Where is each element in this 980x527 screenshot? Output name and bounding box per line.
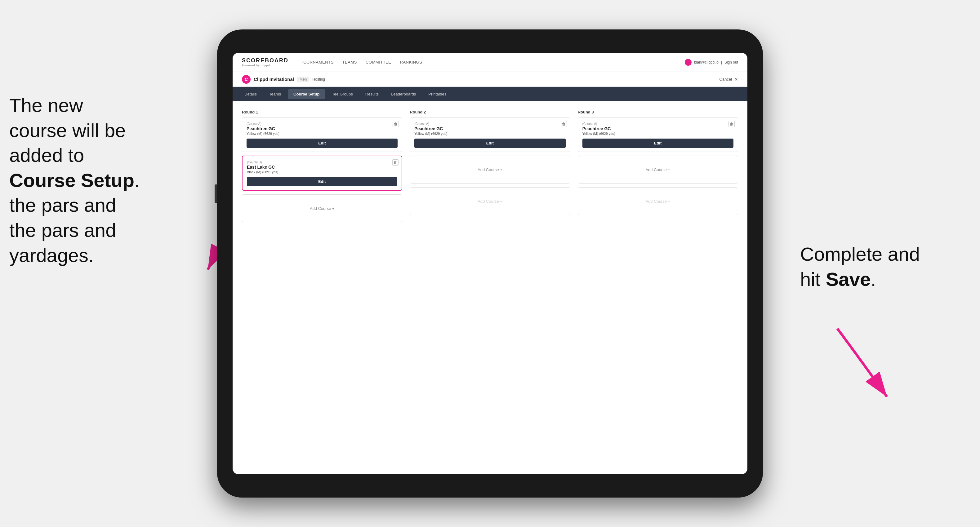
add-course-round3-disabled-label: Add Course +: [645, 199, 670, 204]
tabs-bar: Details Teams Course Setup Tee Groups Re…: [232, 87, 748, 101]
user-avatar: [685, 59, 692, 66]
tournament-type: Men: [297, 76, 309, 82]
add-course-round2-disabled-label: Add Course +: [477, 199, 503, 204]
edit-course-b-round1-button[interactable]: Edit: [247, 177, 397, 186]
trash-icon: 🗑: [394, 122, 398, 126]
course-b-name: East Lake GC: [247, 165, 397, 170]
delete-course-a-round2-button[interactable]: 🗑: [561, 121, 567, 127]
course-a-label: (Course A): [247, 122, 398, 125]
cancel-x-icon: ✕: [734, 77, 738, 82]
delete-course-b-round1-button[interactable]: 🗑: [392, 159, 399, 165]
round2-course-a-details: Yellow (M) (6629 yds): [414, 132, 565, 135]
nav-link-rankings[interactable]: RANKINGS: [400, 60, 422, 65]
sign-out-link[interactable]: Sign out: [724, 60, 738, 65]
round-1-label: Round 1: [242, 110, 402, 114]
rounds-grid: Round 1 (Course A) Peachtree GC Yellow (…: [242, 110, 738, 226]
arrow-right-icon: [825, 322, 918, 415]
round-3-course-a-card: (Course A) Peachtree GC Yellow (M) (6629…: [578, 117, 738, 152]
nav-link-tournaments[interactable]: TOURNAMENTS: [301, 60, 334, 65]
tab-course-setup[interactable]: Course Setup: [288, 89, 325, 99]
trash-icon-b: 🗑: [393, 160, 397, 165]
clippd-logo: C: [242, 75, 251, 84]
tournament-info: C Clippd Invitational Men Hosting: [242, 75, 325, 84]
add-course-round3-button[interactable]: Add Course +: [578, 156, 738, 184]
tournament-name: Clippd Invitational: [254, 76, 294, 82]
add-course-round1-label: Add Course +: [310, 206, 335, 211]
main-content: Round 1 (Course A) Peachtree GC Yellow (…: [232, 101, 748, 474]
tablet-screen: SCOREBOARD Powered by clippd TOURNAMENTS…: [232, 53, 748, 474]
hosting-badge: Hosting: [312, 77, 325, 81]
round-2-column: Round 2 (Course A) Peachtree GC Yellow (…: [410, 110, 570, 226]
round2-course-a-label: (Course A): [414, 122, 565, 125]
tournament-bar: C Clippd Invitational Men Hosting Cancel…: [232, 72, 748, 87]
round-2-course-a-card: (Course A) Peachtree GC Yellow (M) (6629…: [410, 117, 570, 152]
scoreboard-logo: SCOREBOARD Powered by clippd: [242, 57, 288, 67]
add-course-round3-label: Add Course +: [645, 167, 670, 172]
course-a-details: Yellow (M) (6629 yds): [247, 132, 398, 135]
edit-course-a-round1-button[interactable]: Edit: [247, 138, 398, 148]
logo-sub: Powered by clippd: [242, 64, 288, 67]
round3-course-a-name: Peachtree GC: [582, 126, 733, 131]
edit-course-a-round3-button[interactable]: Edit: [582, 138, 733, 148]
round-1-course-a-card: (Course A) Peachtree GC Yellow (M) (6629…: [242, 117, 402, 152]
round-3-column: Round 3 (Course A) Peachtree GC Yellow (…: [578, 110, 738, 226]
course-b-details: Black (M) (6891 yds): [247, 170, 397, 174]
add-course-round2-disabled: Add Course +: [410, 187, 570, 215]
add-course-round3-disabled: Add Course +: [578, 187, 738, 215]
course-b-label: (Course B): [247, 160, 397, 164]
nav-link-committee[interactable]: COMMITTEE: [366, 60, 391, 65]
trash-icon-r3a: 🗑: [730, 122, 733, 126]
annotation-left: The new course will be added to Course S…: [9, 93, 196, 268]
tablet: SCOREBOARD Powered by clippd TOURNAMENTS…: [217, 29, 763, 498]
tab-results[interactable]: Results: [360, 89, 384, 99]
round3-course-a-details: Yellow (M) (6629 yds): [582, 132, 733, 135]
user-email: blair@clippd.io: [694, 60, 719, 65]
cancel-button[interactable]: Cancel ✕: [719, 77, 738, 82]
tab-details[interactable]: Details: [239, 89, 262, 99]
round2-course-a-name: Peachtree GC: [414, 126, 565, 131]
nav-link-teams[interactable]: TEAMS: [342, 60, 357, 65]
nav-links: TOURNAMENTS TEAMS COMMITTEE RANKINGS: [301, 60, 675, 65]
tab-printables[interactable]: Printables: [423, 89, 452, 99]
course-a-name: Peachtree GC: [247, 126, 398, 131]
round3-course-a-label: (Course A): [582, 122, 733, 125]
separator: |: [721, 60, 722, 65]
round-2-label: Round 2: [410, 110, 570, 114]
nav-right: blair@clippd.io | Sign out: [685, 59, 738, 66]
edit-course-a-round2-button[interactable]: Edit: [414, 138, 565, 148]
round-1-course-b-card: (Course B) East Lake GC Black (M) (6891 …: [242, 156, 402, 190]
round-1-column: Round 1 (Course A) Peachtree GC Yellow (…: [242, 110, 402, 226]
round-3-label: Round 3: [578, 110, 738, 114]
add-course-round2-button[interactable]: Add Course +: [410, 156, 570, 184]
top-nav: SCOREBOARD Powered by clippd TOURNAMENTS…: [232, 53, 748, 72]
tab-teams[interactable]: Teams: [264, 89, 286, 99]
trash-icon-r2a: 🗑: [562, 122, 566, 126]
annotation-right: Complete and hit Save.: [800, 242, 961, 292]
delete-course-a-round1-button[interactable]: 🗑: [393, 121, 399, 127]
add-course-round2-label: Add Course +: [477, 167, 503, 172]
add-course-round1-button[interactable]: Add Course +: [242, 194, 402, 222]
logo-title: SCOREBOARD: [242, 57, 288, 64]
tab-tee-groups[interactable]: Tee Groups: [326, 89, 358, 99]
delete-course-a-round3-button[interactable]: 🗑: [729, 121, 735, 127]
tab-leaderboards[interactable]: Leaderboards: [385, 89, 422, 99]
